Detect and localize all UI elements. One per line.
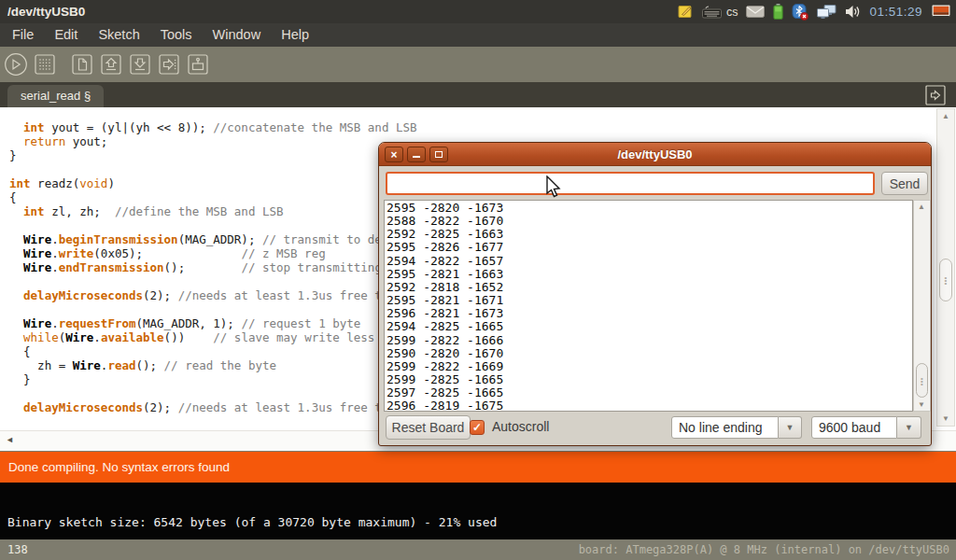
serial-monitor-icon[interactable] (186, 52, 210, 77)
code-line: int readz(void) (9, 176, 417, 190)
tab-serial-read[interactable]: serial_read § (7, 85, 104, 107)
panel-clock[interactable]: 01:51:29 (869, 5, 922, 19)
console-output: Binary sketch size: 6542 bytes (of a 307… (7, 515, 497, 529)
tab-menu-icon[interactable] (925, 85, 946, 105)
grip-dots-icon: ••• (921, 376, 923, 385)
note-icon[interactable] (678, 4, 694, 20)
serial-output-area[interactable]: 2595 -2820 -16732588 -2822 -16702592 -28… (384, 200, 913, 412)
serial-monitor-window: × /dev/ttyUSB0 Send 2595 -2820 -16732588… (378, 142, 932, 446)
menu-item-help[interactable]: Help (271, 23, 319, 47)
serial-line: 2590 -2820 -1670 (387, 347, 912, 360)
network-icon[interactable] (817, 5, 836, 20)
status-message: Done compiling. No syntax errors found (8, 460, 230, 474)
code-line (9, 302, 417, 316)
serial-input[interactable] (386, 172, 875, 195)
scroll-left-icon[interactable]: ◄ (6, 435, 14, 444)
line-ending-select[interactable]: No line ending (671, 416, 779, 439)
bluetooth-icon[interactable] (792, 4, 808, 21)
menu-item-sketch[interactable]: Sketch (88, 23, 149, 47)
code-line: } (9, 148, 417, 162)
line-ending-dropdown-icon[interactable]: ▼ (779, 416, 802, 439)
toolbar (0, 47, 956, 82)
code-line: Wire.beginTransmission(MAG_ADDR); // tra… (9, 232, 417, 246)
ide-console: Binary sketch size: 6542 bytes (of a 307… (0, 483, 956, 539)
code-line: } (9, 372, 417, 386)
serial-line: 2596 -2819 -1675 (387, 399, 912, 412)
panel-window-title: /dev/ttyUSB0 (0, 5, 85, 19)
verify-icon[interactable] (4, 52, 28, 77)
system-tray: cs 01:51:29 (678, 4, 956, 21)
baud-rate-dropdown-icon[interactable]: ▼ (897, 416, 921, 439)
editor-vertical-scrollbar[interactable]: ▲ ••• ▼ (936, 108, 955, 427)
board-info: board: ATmega328P(A) @ 8 MHz (internal) … (579, 539, 949, 560)
open-icon[interactable] (99, 52, 123, 77)
code-line: { (9, 344, 417, 358)
new-sketch-icon[interactable] (70, 52, 94, 77)
code-line: return yout; (9, 134, 417, 148)
serial-line: 2588 -2822 -1670 (387, 215, 912, 228)
send-button[interactable]: Send (881, 172, 928, 195)
stop-icon[interactable] (33, 52, 57, 77)
serial-line: 2592 -2818 -1652 (387, 281, 912, 294)
serial-line: 2592 -2825 -1663 (387, 228, 912, 241)
volume-icon[interactable] (845, 5, 861, 19)
serial-line: 2599 -2822 -1669 (387, 360, 912, 373)
autoscroll-checkbox[interactable]: ✓ (470, 420, 485, 435)
save-icon[interactable] (128, 52, 152, 77)
serial-line: 2595 -2820 -1673 (387, 202, 912, 215)
mail-icon[interactable] (746, 6, 765, 18)
menu-item-tools[interactable]: Tools (150, 23, 203, 47)
ide-footer: 138 board: ATmega328P(A) @ 8 MHz (intern… (0, 539, 956, 560)
battery-icon[interactable] (773, 4, 783, 20)
serial-line: 2595 -2821 -1663 (387, 268, 912, 281)
menu-item-file[interactable]: File (2, 23, 44, 47)
scroll-down-icon[interactable]: ▼ (918, 400, 925, 409)
code-line: int zl, zh; //define the MSB and LSB (9, 204, 417, 218)
serial-line: 2594 -2822 -1657 (387, 255, 912, 268)
menu-item-edit[interactable]: Edit (44, 23, 88, 47)
ide-status-bar: Done compiling. No syntax errors found (0, 452, 956, 483)
keyboard-layout-label[interactable]: cs (726, 6, 738, 19)
autoscroll-label: Autoscroll (492, 419, 549, 434)
serial-line: 2596 -2821 -1673 (387, 307, 912, 320)
code-line (9, 274, 417, 288)
code-line: zh = Wire.read(); // read the byte (9, 358, 417, 372)
scroll-up-icon[interactable]: ▲ (918, 203, 925, 211)
serial-line: 2595 -2821 -1671 (387, 294, 912, 307)
serial-line: 2599 -2825 -1665 (387, 373, 912, 386)
session-icon[interactable] (931, 4, 951, 20)
code-line: int yout = (yl|(yh << 8)); //concatenate… (9, 120, 417, 134)
serial-scrollbar[interactable]: ▲ ••• ▼ (913, 200, 931, 412)
upload-icon[interactable] (157, 52, 181, 77)
keyboard-indicator-icon[interactable] (702, 6, 722, 19)
code-line (9, 162, 417, 176)
code-line: Wire.write(0x05); // z MSB reg (9, 246, 417, 260)
scroll-up-icon[interactable]: ▲ (942, 112, 949, 120)
serial-line: 2595 -2826 -1677 (387, 241, 912, 254)
serial-line: 2599 -2822 -1666 (387, 334, 912, 347)
tabbar: serial_read § (0, 82, 956, 107)
scroll-down-icon[interactable]: ▼ (942, 414, 949, 423)
serial-monitor-title: /dev/ttyUSB0 (379, 143, 931, 166)
desktop: /dev/ttyUSB0 cs 01:51: (0, 0, 956, 560)
editor-vscroll-thumb[interactable]: ••• (939, 259, 952, 301)
baud-rate-select[interactable]: 9600 baud (811, 416, 897, 439)
code-line: delayMicroseconds(2); //needs at least 1… (9, 400, 417, 414)
code-line (9, 218, 417, 232)
code-line (9, 386, 417, 400)
menubar: FileEditSketchToolsWindowHelp (0, 23, 956, 47)
serial-monitor-titlebar[interactable]: × /dev/ttyUSB0 (379, 143, 931, 166)
grip-dots-icon: ••• (945, 276, 948, 285)
code-line: Wire.requestFrom(MAG_ADDR, 1); // reques… (9, 316, 417, 330)
code-line: Wire.endTransmission(); // stop transmit… (9, 260, 417, 274)
menu-item-window[interactable]: Window (203, 23, 272, 47)
serial-lines: 2595 -2820 -16732588 -2822 -16702592 -28… (385, 201, 912, 412)
code-line: while(Wire.available()) // slave may wri… (9, 330, 417, 344)
serial-line: 2597 -2825 -1665 (387, 386, 912, 399)
code-area[interactable]: int yout = (yl|(yh << 8)); //concatenate… (9, 120, 417, 414)
reset-board-button[interactable]: Reset Board (386, 415, 471, 440)
code-line: delayMicroseconds(2); //needs at least 1… (9, 288, 417, 302)
desktop-panel: /dev/ttyUSB0 cs 01:51: (0, 0, 956, 23)
current-line-number: 138 (7, 539, 28, 560)
serial-scroll-thumb[interactable]: ••• (916, 363, 928, 398)
